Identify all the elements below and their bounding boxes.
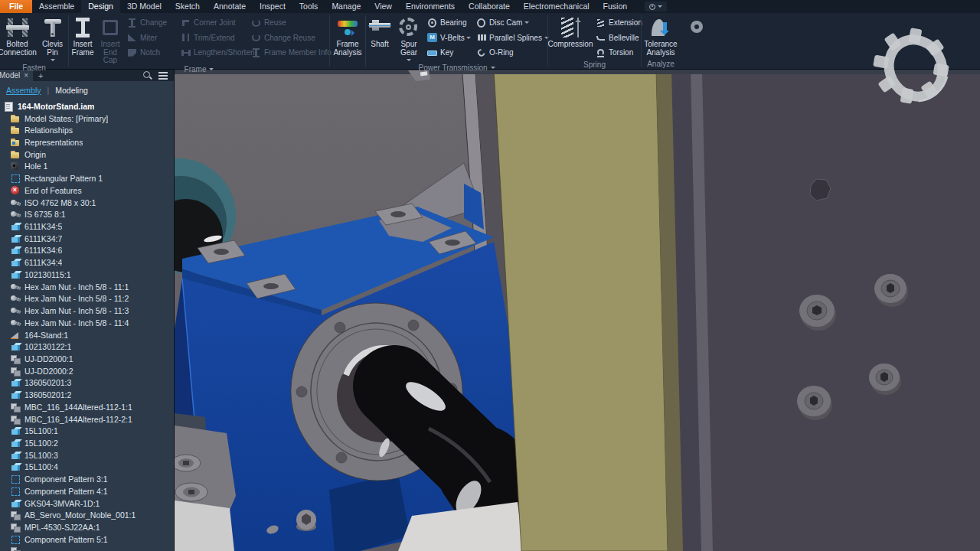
subassembly-icon (11, 415, 21, 424)
tree-item[interactable]: Component Pattern 3:1 (0, 473, 174, 485)
tree-item[interactable]: Model States: [Primary] (0, 112, 174, 125)
tree-item[interactable]: 15L100:3 (0, 449, 174, 461)
chevron-down-icon (524, 21, 529, 26)
close-icon[interactable]: × (24, 71, 28, 80)
tree-item-partial[interactable] (0, 546, 174, 551)
tree-item[interactable]: Hex Jam Nut - Inch 5/8 - 11:1 (0, 281, 174, 293)
compression-button[interactable]: Compression (548, 15, 593, 60)
tree-item[interactable]: 6111K34:7 (0, 233, 174, 245)
belleville-button[interactable]: Belleville (593, 31, 641, 46)
tree-item[interactable]: GKS04-3MVAR-1D:1 (0, 497, 174, 510)
tree-item-root[interactable]: 164-MotorStand.iam (0, 100, 174, 112)
spur-gear-button[interactable]: Spur Gear (394, 15, 424, 64)
screencast-button[interactable] (645, 2, 667, 11)
menu-inspect[interactable]: Inspect (253, 0, 292, 13)
tree-item[interactable]: 164-Stand:1 (0, 329, 174, 341)
menu-annotate[interactable]: Annotate (207, 0, 253, 13)
menu-collaborate[interactable]: Collaborate (462, 0, 517, 13)
shaft-button[interactable]: Shaft (366, 15, 394, 64)
panel-label-frame[interactable]: Frame (69, 65, 329, 73)
tree-item[interactable]: 102130115:1 (0, 269, 174, 281)
torsion-button[interactable]: Torsion (593, 45, 641, 60)
tree-item[interactable]: Hole 1 (0, 161, 174, 173)
panel-label-power-transmission[interactable]: Power Transmission (366, 64, 547, 72)
bolt-icon (11, 210, 21, 219)
o-ring-button[interactable]: O-Ring (473, 45, 547, 60)
clevis-pin-button[interactable]: Clevis Pin (38, 15, 68, 64)
tree-item[interactable]: MPL-4530-SJ22AA:1 (0, 521, 174, 533)
tree-item[interactable]: 6111K34:4 (0, 256, 174, 269)
change-reuse-button: Change Reuse (248, 31, 329, 46)
tree-item[interactable]: UJ-DD2000:2 (0, 365, 174, 377)
ribbon-options-button[interactable] (691, 21, 703, 33)
tree-item[interactable]: End of Features (0, 184, 174, 197)
menu-design[interactable]: Design (81, 0, 120, 13)
menu-assemble[interactable]: Assemble (32, 0, 81, 13)
tree-item[interactable]: 6111K34:5 (0, 220, 174, 233)
tree-item[interactable]: Hex Jam Nut - Inch 5/8 - 11:4 (0, 317, 174, 329)
part-icon (11, 270, 21, 279)
disc-cam-button[interactable]: Disc Cam (473, 15, 547, 31)
menu-file[interactable]: File (0, 0, 32, 13)
tree-item[interactable]: 136050201:2 (0, 389, 174, 401)
tree-item[interactable]: AB_Servo_Motor_Noble_001:1 (0, 509, 174, 521)
clevis-pin-icon (41, 16, 64, 39)
part-icon (11, 378, 21, 387)
add-tab-button[interactable]: + (33, 71, 48, 80)
viewport-3d[interactable] (175, 70, 980, 551)
subassembly-icon (11, 546, 21, 551)
key-button[interactable]: Key (424, 45, 473, 60)
part-icon (11, 246, 21, 255)
menu-view[interactable]: View (368, 0, 399, 13)
pattern-icon (11, 535, 21, 544)
tree-item[interactable]: Rectangular Pattern 1 (0, 172, 174, 184)
tree-item[interactable]: Origin (0, 148, 174, 161)
part-icon (11, 439, 21, 448)
tree-item[interactable]: MBC_116_144Altered-112-1:1 (0, 401, 174, 413)
tree-item[interactable]: MBC_116_144Altered-112-2:1 (0, 413, 174, 425)
pattern-icon (11, 487, 21, 496)
document-icon (4, 102, 14, 111)
tree-item[interactable]: Hex Jam Nut - Inch 5/8 - 11:3 (0, 305, 174, 317)
tree-item[interactable]: 15L100:4 (0, 461, 174, 474)
menu-fusion[interactable]: Fusion (596, 0, 635, 13)
tree-item[interactable]: ISO 4762 M8 x 30:1 (0, 197, 174, 209)
menu-environments[interactable]: Environments (399, 0, 462, 13)
frame-analysis-button[interactable]: Frame Analysis (331, 15, 364, 59)
tab-assembly[interactable]: Assembly (6, 86, 41, 95)
tree-item[interactable]: Representations (0, 136, 174, 148)
tree-item[interactable]: 15L100:1 (0, 425, 174, 437)
parallel-splines-button[interactable]: Parallel Splines (473, 31, 547, 46)
v-belts-button[interactable]: V-Belts (424, 31, 473, 46)
tree-item[interactable]: Relationships (0, 124, 174, 136)
menu-tools[interactable]: Tools (292, 0, 325, 13)
model-tree: 164-MotorStand.iam Model States: [Primar… (0, 99, 174, 551)
tree-item[interactable]: 15L100:2 (0, 437, 174, 449)
tree-item[interactable]: Component Pattern 5:1 (0, 533, 174, 546)
menu-manage[interactable]: Manage (325, 0, 368, 13)
representations-folder-icon (11, 138, 21, 147)
extension-spring-icon (596, 18, 606, 28)
tree-item[interactable]: 102130122:1 (0, 341, 174, 353)
bolted-connection-button[interactable]: Bolted Connection (1, 15, 34, 64)
menu-3d-model[interactable]: 3D Model (120, 0, 168, 13)
extension-button[interactable]: Extension (593, 15, 641, 31)
folder-icon (11, 126, 21, 135)
panel-label-spring: Spring (548, 60, 641, 70)
tree-item[interactable]: Hex Jam Nut - Inch 5/8 - 11:2 (0, 293, 174, 305)
part-icon (11, 342, 21, 351)
change-button: Change (124, 15, 178, 31)
tree-item[interactable]: Component Pattern 4:1 (0, 485, 174, 497)
tree-item[interactable]: 136050201:3 (0, 377, 174, 390)
insert-frame-button[interactable]: Insert Frame (69, 15, 96, 65)
bearing-button[interactable]: Bearing (424, 15, 473, 31)
menu-sketch[interactable]: Sketch (168, 0, 207, 13)
tolerance-analysis-button[interactable]: Tolerance Analysis (642, 15, 679, 59)
tab-modeling[interactable]: Modeling (55, 86, 88, 95)
tree-item[interactable]: IS 6735 8:1 (0, 208, 174, 220)
compression-spring-icon (559, 16, 582, 39)
tree-item[interactable]: UJ-DD2000:1 (0, 353, 174, 365)
menu-electromechanical[interactable]: Electromechanical (517, 0, 596, 13)
panel-fasten: Bolted Connection Clevis Pin Fasten (0, 13, 68, 69)
tree-item[interactable]: 6111K34:6 (0, 245, 174, 257)
